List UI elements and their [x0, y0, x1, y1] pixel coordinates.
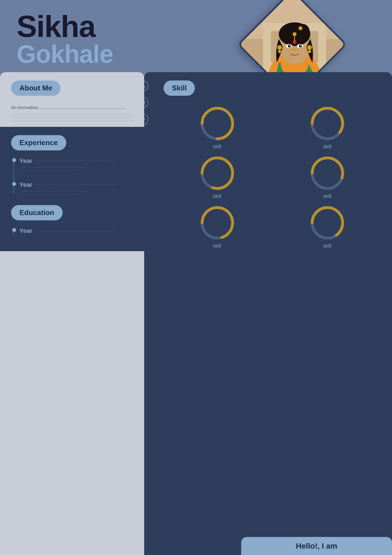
- skill-label: Skill: [172, 84, 187, 92]
- skill-circle-4: [199, 205, 235, 241]
- exp-line-1: [22, 167, 86, 168]
- skills-grid: skill skill skill: [164, 105, 381, 249]
- skill-circle-5: [309, 205, 345, 241]
- education-label: Education: [19, 208, 54, 217]
- skill-circle-1: [309, 105, 345, 142]
- skill-item-5: skill: [274, 205, 381, 249]
- svg-point-21: [293, 49, 296, 51]
- svg-point-20: [300, 45, 301, 46]
- about-me-label: About Me: [19, 84, 52, 92]
- about-text-line1: An innovative...........................…: [11, 105, 125, 110]
- svg-point-19: [289, 45, 290, 46]
- exp-line-2: [22, 170, 78, 170]
- svg-point-13: [299, 26, 302, 30]
- skill-label-4: skill: [213, 243, 222, 249]
- edu-entry-1: Year: [19, 227, 133, 234]
- skill-item-1: skill: [274, 105, 381, 150]
- about-me-text: An innovative...........................…: [11, 103, 133, 121]
- dotted-line-3: [11, 121, 133, 121]
- about-me-section: About Me An innovative..................…: [11, 80, 133, 121]
- timeline-entry-1: Year: [19, 157, 133, 170]
- skill-label-5: skill: [323, 243, 332, 249]
- experience-timeline: Year Year: [11, 157, 133, 194]
- skill-item-2: skill: [164, 155, 271, 199]
- skill-header: Skill: [164, 80, 195, 96]
- svg-point-23: [277, 45, 282, 50]
- dotted-line-1: [11, 115, 133, 115]
- timeline-dot-2: [12, 182, 16, 186]
- timeline-entry-2: Year: [19, 181, 133, 194]
- edu-dot-1: [12, 228, 16, 232]
- skill-circle-2: [199, 155, 235, 191]
- skill-circle-3: [309, 155, 345, 191]
- right-panel: Skill skill skill: [144, 72, 392, 555]
- svg-point-24: [278, 50, 281, 53]
- exp-year-2: Year: [19, 181, 32, 188]
- timeline-line: [13, 157, 14, 194]
- svg-point-25: [307, 45, 312, 50]
- skill-item-4: skill: [164, 205, 271, 249]
- hello-bar: Hello!, I am: [241, 537, 392, 555]
- skill-item-3: skill: [274, 155, 381, 199]
- exp-line-3: [22, 191, 86, 191]
- about-me-header: About Me: [11, 80, 60, 96]
- skill-circle-0: [199, 105, 235, 142]
- skill-section: Skill skill skill: [164, 80, 381, 249]
- skill-label-3: skill: [323, 193, 332, 199]
- edu-year-1: Year: [19, 227, 32, 234]
- svg-point-28: [292, 32, 296, 36]
- skill-item-0: skill: [164, 105, 271, 150]
- hello-text: Hello!, I am: [296, 542, 337, 551]
- skill-label-0: skill: [213, 144, 222, 150]
- svg-point-12: [295, 24, 309, 38]
- skill-label-2: skill: [213, 193, 222, 199]
- svg-point-26: [308, 50, 311, 53]
- exp-year-1: Year: [19, 157, 32, 165]
- experience-label: Experience: [19, 138, 58, 147]
- experience-header: Experience: [11, 135, 66, 150]
- skill-label-1: skill: [323, 144, 332, 150]
- exp-line-4: [22, 194, 78, 194]
- left-panel: About Me An innovative..................…: [0, 72, 144, 555]
- timeline-dot-1: [12, 158, 16, 162]
- education-header: Education: [11, 205, 63, 220]
- education-timeline: Year: [11, 227, 133, 234]
- dotted-line-2: [11, 117, 133, 118]
- main-container: About Me An innovative..................…: [0, 72, 392, 555]
